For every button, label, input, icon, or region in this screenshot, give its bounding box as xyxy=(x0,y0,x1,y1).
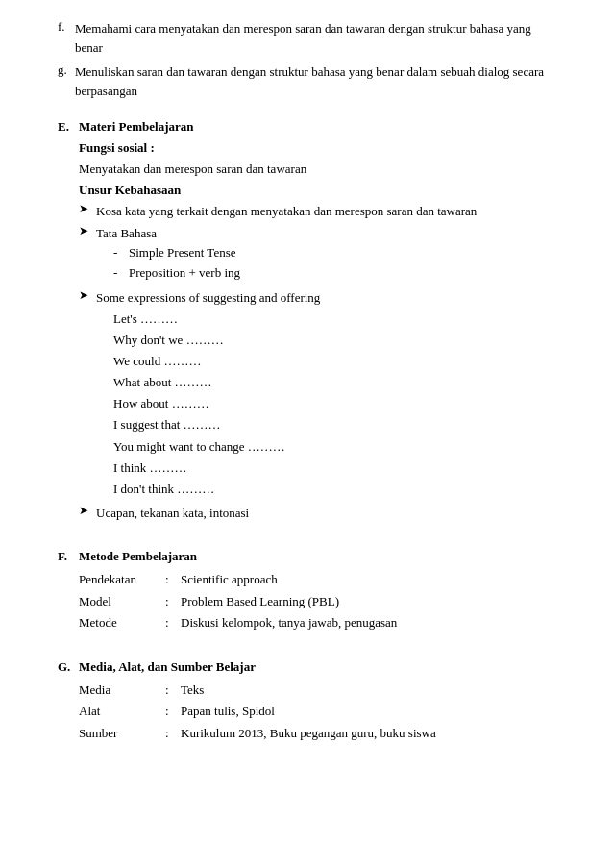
section-f: F. Metode Pembelajaran Pendekatan : Scie… xyxy=(58,549,555,632)
unsur-item-4-text: Ucapan, tekanan kata, intonasi xyxy=(96,504,555,523)
section-g: G. Media, Alat, dan Sumber Belajar Media… xyxy=(58,659,555,743)
section-f-letter: F. xyxy=(58,549,79,564)
media-row-1: Media : Teks xyxy=(79,681,555,700)
method-value-3: Diskusi kelompok, tanya jawab, penugasan xyxy=(181,613,555,632)
expr-9: I don't think ……… xyxy=(113,479,555,500)
media-label-2: Alat xyxy=(79,702,165,721)
expr-3: We could ……… xyxy=(113,351,555,372)
media-colon-2: : xyxy=(165,702,181,721)
dash-2: - xyxy=(113,263,129,283)
media-value-2: Papan tulis, Spidol xyxy=(181,702,555,721)
item-g-text: Menuliskan saran dan tawaran dengan stru… xyxy=(75,62,555,100)
section-e-body: Fungsi sosial : Menyatakan dan merespon … xyxy=(79,140,555,522)
media-label-3: Sumber xyxy=(79,724,165,743)
media-table: Media : Teks Alat : Papan tulis, Spidol … xyxy=(79,681,555,743)
unsur-item-2: ➤ Tata Bahasa - Simple Present Tense - P… xyxy=(79,224,555,285)
media-colon-1: : xyxy=(165,681,181,700)
dash-1: - xyxy=(113,243,129,262)
expr-8: I think ……… xyxy=(113,458,555,479)
method-colon-2: : xyxy=(165,592,181,611)
fungsi-sosial-title: Fungsi sosial : xyxy=(79,140,555,156)
expr-5: How about ……… xyxy=(113,393,555,414)
section-e-letter: E. xyxy=(58,119,79,135)
method-label-3: Metode xyxy=(79,613,165,632)
method-colon-1: : xyxy=(165,570,181,589)
section-f-title: Metode Pembelajaran xyxy=(79,549,197,564)
arrow-icon-4: ➤ xyxy=(79,504,96,518)
unsur-item-3-content: Some expressions of suggesting and offer… xyxy=(96,288,555,500)
section-f-header: F. Metode Pembelajaran xyxy=(58,549,555,564)
unsur-item-1-text: Kosa kata yang terkait dengan menyatakan… xyxy=(96,202,555,221)
method-value-1: Scientific approach xyxy=(181,570,555,589)
unsur-item-1: ➤ Kosa kata yang terkait dengan menyatak… xyxy=(79,202,555,221)
arrow-icon-2: ➤ xyxy=(79,224,96,238)
fungsi-sosial-text: Menyatakan dan merespon saran dan tawara… xyxy=(79,160,555,179)
method-label-2: Model xyxy=(79,592,165,611)
dash-item-2: - Preposition + verb ing xyxy=(113,263,555,283)
expr-4: What about ……… xyxy=(113,372,555,393)
section-g-letter: G. xyxy=(58,659,79,675)
section-e: E. Materi Pembelajaran Fungsi sosial : M… xyxy=(58,119,555,522)
media-row-2: Alat : Papan tulis, Spidol xyxy=(79,702,555,721)
dash-1-text: Simple Present Tense xyxy=(129,243,555,262)
method-row-1: Pendekatan : Scientific approach xyxy=(79,570,555,589)
expr-7: You might want to change ……… xyxy=(113,436,555,458)
media-value-3: Kurikulum 2013, Buku pegangan guru, buku… xyxy=(181,724,555,743)
item-g: g. Menuliskan saran dan tawaran dengan s… xyxy=(58,62,555,100)
method-row-3: Metode : Diskusi kelompok, tanya jawab, … xyxy=(79,613,555,632)
method-table: Pendekatan : Scientific approach Model :… xyxy=(79,570,555,632)
item-f-text: Memahami cara menyatakan dan merespon sa… xyxy=(75,19,555,57)
section-e-header: E. Materi Pembelajaran xyxy=(58,119,555,135)
arrow-icon-1: ➤ xyxy=(79,202,96,216)
expr-2: Why don't we ……… xyxy=(113,330,555,351)
dash-2-text: Preposition + verb ing xyxy=(129,263,555,283)
dash-item-1: - Simple Present Tense xyxy=(113,243,555,262)
unsur-item-2-text: Tata Bahasa xyxy=(96,226,157,240)
unsur-item-3: ➤ Some expressions of suggesting and off… xyxy=(79,288,555,500)
method-value-2: Problem Based Learning (PBL) xyxy=(181,592,555,611)
section-e-title: Materi Pembelajaran xyxy=(79,119,193,135)
media-label-1: Media xyxy=(79,681,165,700)
section-g-header: G. Media, Alat, dan Sumber Belajar xyxy=(58,659,555,675)
unsur-item-4: ➤ Ucapan, tekanan kata, intonasi xyxy=(79,504,555,523)
expr-6: I suggest that ……… xyxy=(113,414,555,435)
item-g-label: g. xyxy=(58,62,75,78)
unsur-item-2-content: Tata Bahasa - Simple Present Tense - Pre… xyxy=(96,224,555,285)
method-row-2: Model : Problem Based Learning (PBL) xyxy=(79,592,555,611)
expr-1: Let's ……… xyxy=(113,309,555,330)
method-label-1: Pendekatan xyxy=(79,570,165,589)
item-f-label: f. xyxy=(58,19,75,35)
item-f: f. Memahami cara menyatakan dan merespon… xyxy=(58,19,555,57)
media-row-3: Sumber : Kurikulum 2013, Buku pegangan g… xyxy=(79,724,555,743)
section-g-title: Media, Alat, dan Sumber Belajar xyxy=(79,659,256,675)
method-colon-3: : xyxy=(165,613,181,632)
unsur-item-3-text: Some expressions of suggesting and offer… xyxy=(96,290,320,305)
expression-list: Let's ……… Why don't we ……… We could ……… … xyxy=(113,309,555,500)
arrow-icon-3: ➤ xyxy=(79,288,96,303)
unsur-kebahasaan-title: Unsur Kebahasaan xyxy=(79,183,555,198)
media-value-1: Teks xyxy=(181,681,555,700)
media-colon-3: : xyxy=(165,724,181,743)
